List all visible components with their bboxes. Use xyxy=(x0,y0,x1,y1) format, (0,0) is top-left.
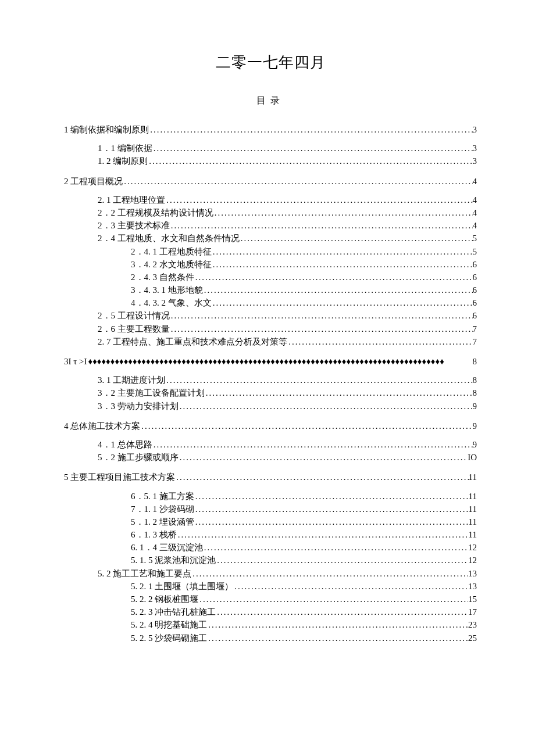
toc-entry-label: 2．3 主要技术标准 xyxy=(98,219,170,232)
toc-entry: 2. 7 工程特点、施工重点和技术难点分析及对策等7 xyxy=(64,335,477,348)
toc-entry-label: 3．2 主要施工设备配置计划 xyxy=(98,386,205,399)
toc-entry-label: 3．4. 3. 1 地形地貌 xyxy=(131,284,203,296)
toc-entry: 2 工程项目概况4 xyxy=(64,175,477,188)
toc-entry-label: 5 主要工程项目施工技术方案 xyxy=(64,471,175,483)
toc-entry: 2．4. 3 自然条件6 xyxy=(64,271,477,284)
toc-entry: 5. 2. 1 土围堰（填土围堰）13 xyxy=(64,580,477,593)
toc-entry-page: 11 xyxy=(469,503,477,515)
toc-leader-dots xyxy=(194,515,469,528)
toc-leader-dots xyxy=(240,232,473,245)
toc-entry: 4．1 总体思路9 xyxy=(64,438,477,451)
toc-entry: 7．1. 1 沙袋码砌11 xyxy=(64,503,477,515)
toc-leader-dots xyxy=(177,528,469,541)
toc-entry-page: 13 xyxy=(468,580,477,593)
toc-entry-page: 4 xyxy=(473,194,477,206)
toc-entry-page: 17 xyxy=(468,605,477,618)
toc-entry: 3．4. 2 水文地质特征6 xyxy=(64,258,477,271)
toc-entry-label: 3. 1 工期进度计划 xyxy=(98,374,165,386)
toc-entry-label: 4 总体施工技术方案 xyxy=(64,420,140,432)
toc-leader-dots xyxy=(148,155,472,167)
toc-entry-label: 2. 1 工程地理位置 xyxy=(98,194,165,206)
toc-entry: 5. 2. 5 沙袋码砌施工25 xyxy=(64,632,477,644)
toc-entry-page: 11 xyxy=(469,490,477,503)
toc-entry-label: 5．2 施工步骤或顺序 xyxy=(98,451,179,464)
toc-entry-page: 11 xyxy=(469,528,477,541)
toc-leader-dots xyxy=(212,245,473,258)
toc-entry: 2．4. 1 工程地质特征5 xyxy=(64,245,477,258)
toc-entry: 5. 2. 3 冲击钻孔桩施工17 xyxy=(64,605,477,618)
toc-leader-dots xyxy=(87,355,472,368)
toc-entry-label: 5. 2. 2 钢板桩围堰 xyxy=(131,593,198,605)
toc-entry-page: 6 xyxy=(473,271,477,284)
toc-entry-label: 2. 7 工程特点、施工重点和技术难点分析及对策等 xyxy=(98,335,287,348)
toc-entry: 2．2 工程规模及结构设计情况4 xyxy=(64,206,477,219)
toc-entry-label: 2．4. 1 工程地质特征 xyxy=(131,245,212,258)
toc-entry: 5．2 施工步骤或顺序IO xyxy=(64,451,477,464)
toc-leader-dots xyxy=(170,219,473,232)
toc-leader-dots xyxy=(205,386,473,399)
toc-leader-dots xyxy=(198,593,468,605)
toc-entry-page: 4 xyxy=(473,175,477,188)
toc-entry-label: 2．6 主要工程数量 xyxy=(98,323,170,335)
toc-entry-label: 3Ι τ >I xyxy=(64,355,87,368)
toc-entry: 3. 1 工期进度计划8 xyxy=(64,374,477,386)
toc-entry-page: 3 xyxy=(473,142,477,155)
toc-entry: 3．4. 3. 1 地形地貌6 xyxy=(64,284,477,296)
toc-leader-dots xyxy=(170,323,473,335)
toc-leader-dots xyxy=(194,503,469,515)
toc-leader-dots xyxy=(149,123,472,136)
toc-entry-label: 3．4. 2 水文地质特征 xyxy=(131,258,212,271)
toc-entry: 4 总体施工技术方案9 xyxy=(64,420,477,432)
toc-entry: 3Ι τ >I8 xyxy=(64,355,477,368)
toc-entry-page: 7 xyxy=(473,323,477,335)
toc-leader-dots xyxy=(207,618,468,631)
toc-entry-page: 9 xyxy=(473,438,477,451)
toc-entry-label: 1 编制依据和编制原则 xyxy=(64,123,149,136)
toc-entry: 3．2 主要施工设备配置计划8 xyxy=(64,386,477,399)
toc-entry: 6．5. 1 施工方案11 xyxy=(64,490,477,503)
toc-entry-label: 7．1. 1 沙袋码砌 xyxy=(131,503,194,515)
toc-entry-page: IO xyxy=(468,451,477,464)
toc-entry-page: 13 xyxy=(468,567,477,580)
toc-entry-label: 6．5. 1 施工方案 xyxy=(131,490,194,503)
toc-leader-dots xyxy=(140,420,472,432)
toc-entry: 6. 1．4 三级沉淀池12 xyxy=(64,541,477,554)
toc-leader-dots xyxy=(203,541,468,554)
toc-leader-dots xyxy=(212,258,473,271)
toc-entry-page: 7 xyxy=(473,335,477,348)
toc-leader-dots xyxy=(165,194,472,206)
toc-leader-dots xyxy=(216,554,468,567)
toc-entry: 1 编制依据和编制原则3 xyxy=(64,123,477,136)
toc-entry-label: 5. 2. 3 冲击钻孔桩施工 xyxy=(131,605,216,618)
toc-entry-page: 9 xyxy=(473,420,477,432)
toc-entry: 1．1 编制依据3 xyxy=(64,142,477,155)
toc-entry-page: 8 xyxy=(473,374,477,386)
toc-entry-label: 3．3 劳动力安排计划 xyxy=(98,400,179,413)
toc-entry-page: 11 xyxy=(469,471,477,483)
toc-entry-label: 1．1 编制依据 xyxy=(98,142,152,155)
toc-entry: 5. 2. 2 钢板桩围堰15 xyxy=(64,593,477,605)
toc-entry-label: 4．1 总体思路 xyxy=(98,438,152,451)
toc-entry-page: 6 xyxy=(473,284,477,296)
toc-leader-dots xyxy=(213,206,473,219)
table-of-contents: 1 编制依据和编制原则31．1 编制依据31. 2 编制原则32 工程项目概况4… xyxy=(64,123,477,644)
toc-entry-label: 6．1. 3 栈桥 xyxy=(131,528,177,541)
toc-leader-dots xyxy=(170,309,473,322)
toc-entry-page: 3 xyxy=(473,123,477,136)
toc-entry-page: 4 xyxy=(473,219,477,232)
toc-leader-dots xyxy=(212,296,473,309)
toc-leader-dots xyxy=(191,567,468,580)
toc-entry-label: 5. 2. 1 土围堰（填土围堰） xyxy=(131,580,233,593)
toc-entry-page: 12 xyxy=(468,554,477,567)
toc-entry-label: 6. 1．4 三级沉淀池 xyxy=(131,541,203,554)
toc-entry: 2．3 主要技术标准4 xyxy=(64,219,477,232)
toc-entry: 2. 1 工程地理位置4 xyxy=(64,194,477,206)
toc-entry-page: 8 xyxy=(473,355,477,368)
toc-entry: 1. 2 编制原则3 xyxy=(64,155,477,167)
toc-entry: 5. 2. 4 明挖基础施工23 xyxy=(64,618,477,631)
toc-entry-label: 1. 2 编制原则 xyxy=(98,155,148,167)
toc-entry-label: 5. 1. 5 泥浆池和沉淀池 xyxy=(131,554,216,567)
toc-entry-label: 5. 2. 4 明挖基础施工 xyxy=(131,618,207,631)
toc-entry: 6．1. 3 栈桥11 xyxy=(64,528,477,541)
toc-entry-page: 23 xyxy=(468,618,477,631)
